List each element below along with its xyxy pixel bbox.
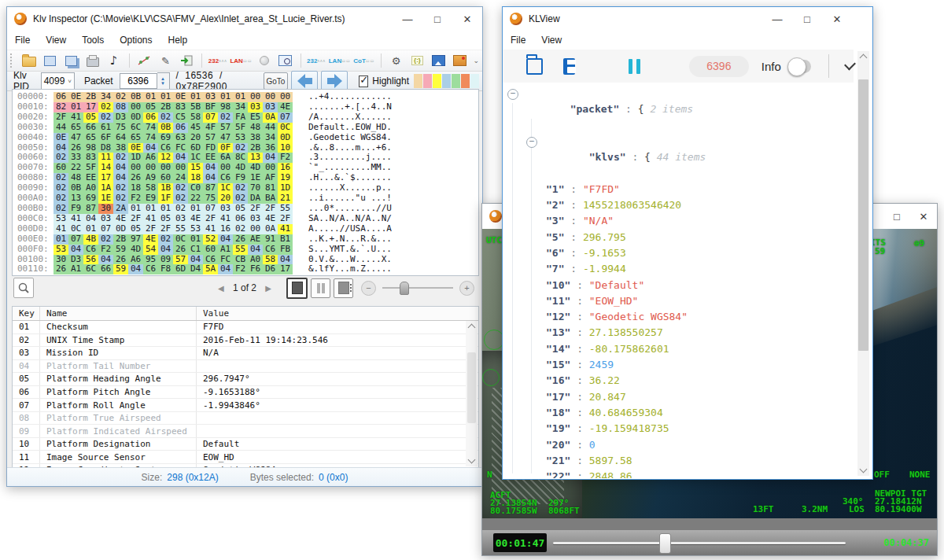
- hex-byte[interactable]: 4F: [203, 123, 218, 133]
- tree-entry[interactable]: "22" : 2848.86: [503, 469, 856, 478]
- tree-entry[interactable]: "20" : 0: [503, 437, 856, 453]
- hex-byte[interactable]: 01: [158, 92, 173, 102]
- hex-byte[interactable]: 01: [188, 204, 203, 214]
- menu-view[interactable]: View: [533, 35, 570, 46]
- seek-thumb[interactable]: [659, 533, 671, 554]
- export-folder-button[interactable]: [42, 53, 58, 68]
- minimize-button[interactable]: —: [762, 7, 792, 31]
- menu-file[interactable]: File: [7, 35, 38, 46]
- hex-byte[interactable]: C6: [83, 245, 98, 255]
- hex-byte[interactable]: 02: [98, 102, 113, 112]
- title-bar[interactable]: KLView — □ ✕: [503, 7, 872, 31]
- hex-byte[interactable]: 41: [68, 112, 83, 123]
- hex-byte[interactable]: 4E: [113, 214, 128, 224]
- hex-byte[interactable]: 01: [188, 92, 203, 102]
- zoom-slider-thumb[interactable]: [400, 282, 409, 295]
- hex-byte[interactable]: 53: [53, 214, 68, 224]
- hex-byte[interactable]: 02: [158, 112, 173, 123]
- table-row[interactable]: 09Platform Indicated Airspeed: [13, 425, 478, 438]
- hex-byte[interactable]: 6C: [128, 123, 143, 133]
- hex-byte[interactable]: 6F: [98, 133, 113, 143]
- hex-byte[interactable]: 0D: [278, 133, 293, 143]
- hex-byte[interactable]: 02: [113, 92, 128, 102]
- hex-byte[interactable]: 16: [218, 224, 233, 234]
- scroll-up-icon[interactable]: [466, 321, 478, 332]
- hex-byte[interactable]: 17: [83, 102, 98, 112]
- hex-byte[interactable]: 69: [158, 133, 173, 143]
- scroll-down-icon[interactable]: [466, 455, 478, 466]
- chevron-down-icon[interactable]: [844, 58, 856, 70]
- hex-byte[interactable]: 20: [188, 133, 203, 143]
- seek-track[interactable]: [553, 542, 846, 544]
- hex-byte[interactable]: 06: [53, 92, 68, 102]
- hex-byte[interactable]: 2F: [203, 214, 218, 224]
- hex-byte[interactable]: 45: [188, 123, 203, 133]
- hex-byte[interactable]: 59: [113, 245, 128, 255]
- tree-entry[interactable]: "7" : -1.9944: [503, 261, 856, 277]
- hex-byte[interactable]: AE: [248, 234, 263, 245]
- hex-byte[interactable]: 0A: [263, 112, 278, 123]
- table-row[interactable]: 07Platform Roll Angle-1.9943846°: [13, 399, 478, 412]
- hex-byte[interactable]: 2B: [158, 102, 173, 112]
- prev-page-icon[interactable]: ◀: [218, 284, 224, 293]
- hex-byte[interactable]: 04: [68, 245, 83, 255]
- video-view-button[interactable]: [430, 53, 446, 68]
- packet-input[interactable]: [120, 73, 157, 89]
- hex-byte[interactable]: F2: [98, 245, 113, 255]
- hex-byte[interactable]: 6D: [173, 264, 188, 274]
- menu-view[interactable]: View: [38, 35, 74, 46]
- menu-help[interactable]: Help: [160, 35, 196, 46]
- tree-entry[interactable]: "14" : -80.175862601: [503, 341, 856, 357]
- hex-byte[interactable]: 00: [248, 224, 263, 234]
- table-row[interactable]: 03Mission IDN/A: [13, 347, 478, 360]
- hex-byte[interactable]: 2F: [263, 204, 278, 214]
- hex-byte[interactable]: B1: [278, 234, 293, 245]
- hex-byte[interactable]: 4B: [83, 234, 98, 245]
- close-button[interactable]: ✕: [452, 7, 482, 31]
- hex-byte[interactable]: 05: [143, 102, 158, 112]
- tree-row-packet[interactable]: −"packet" : { 2 items: [503, 86, 856, 134]
- hex-byte[interactable]: 00: [248, 92, 263, 102]
- hex-byte[interactable]: A1: [218, 245, 233, 255]
- hex-byte[interactable]: 03: [203, 92, 218, 102]
- table-scrollbar[interactable]: [466, 321, 478, 466]
- tree-entry[interactable]: "21" : 5897.58: [503, 453, 856, 469]
- open-folder-icon[interactable]: [526, 58, 543, 75]
- screen-preview-button[interactable]: [278, 53, 293, 68]
- scrollbar-thumb[interactable]: [858, 79, 868, 351]
- info-toggle[interactable]: [789, 60, 811, 73]
- lan-out-button[interactable]: LAN▭▭: [231, 53, 250, 68]
- hex-byte[interactable]: 02: [98, 112, 113, 123]
- hex-byte[interactable]: 74: [143, 123, 158, 133]
- hex-byte[interactable]: 0A: [263, 224, 278, 234]
- hex-byte[interactable]: 2F: [128, 214, 143, 224]
- hex-byte[interactable]: 6C: [83, 264, 98, 274]
- hex-byte[interactable]: 0D: [113, 224, 128, 234]
- table-row[interactable]: 10Platform DesignationDefault: [13, 438, 478, 451]
- hex-byte[interactable]: 82: [53, 102, 68, 112]
- hex-byte[interactable]: 2F: [143, 224, 158, 234]
- next-page-icon[interactable]: ▶: [265, 284, 271, 293]
- header-key[interactable]: Key: [13, 308, 39, 319]
- scrollbar-thumb[interactable]: [467, 352, 476, 423]
- hex-byte[interactable]: 07: [68, 234, 83, 245]
- hex-byte[interactable]: 0D: [128, 112, 143, 123]
- zoom-slider[interactable]: [382, 287, 453, 289]
- hex-byte[interactable]: 05: [83, 112, 98, 123]
- hex-byte[interactable]: C6: [263, 245, 278, 255]
- tree-entry[interactable]: "16" : 36.22: [503, 373, 856, 389]
- edit-tool-button[interactable]: ✎: [157, 53, 173, 68]
- title-bar[interactable]: Klv Inspector (C:\Movie\KLV\CSA\FMV_Alex…: [7, 7, 482, 31]
- hex-byte[interactable]: 44: [53, 123, 68, 133]
- hex-byte[interactable]: 07: [278, 112, 293, 123]
- hex-byte[interactable]: 06: [233, 214, 248, 224]
- hex-byte[interactable]: 41: [143, 214, 158, 224]
- save-icon[interactable]: [563, 58, 575, 75]
- hex-byte[interactable]: 75: [113, 123, 128, 133]
- hex-byte[interactable]: 26: [53, 264, 68, 274]
- close-button[interactable]: ✕: [910, 204, 937, 229]
- hex-byte[interactable]: 02: [53, 204, 68, 214]
- table-row[interactable]: 05Platform Heading Angle296.7947°: [13, 373, 478, 386]
- hex-byte[interactable]: 05: [233, 204, 248, 214]
- hex-byte[interactable]: 02: [173, 204, 188, 214]
